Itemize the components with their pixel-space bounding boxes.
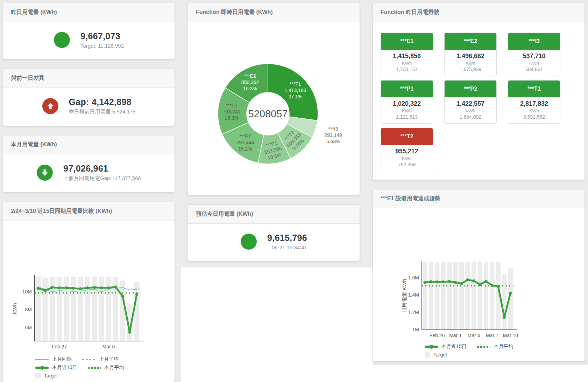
tile-target-value: 1,675,939 <box>446 67 495 72</box>
tile-value: 1,422,557 <box>446 100 495 107</box>
legend-row: 本月近15日本月平均 <box>35 364 175 371</box>
card-title: 2/24~3/10 近15日同期用電量比較 (KWh) <box>3 202 175 221</box>
target-bar <box>477 262 482 329</box>
series-point <box>135 293 138 296</box>
target-bar <box>472 262 476 329</box>
tile-unit: KWh <box>446 61 495 66</box>
card-title: ***E1 設備用電達成趨勢 <box>373 189 585 208</box>
y-tick-label: 8M <box>25 307 32 312</box>
target-bar <box>43 278 48 341</box>
y-axis-label: KWh <box>12 303 17 314</box>
legend-item: 本月平均 <box>477 343 513 350</box>
legend-label: 上月同期 <box>52 356 72 362</box>
stat-timestamp: 06-21 15:34:41 <box>267 244 307 250</box>
stat-subtext: 昨日與前日用電量 5,524,175 <box>69 109 136 115</box>
tile-value: 2,817,832 <box>510 100 559 107</box>
stat-body: 9,615,796 06-21 15:34:41 <box>188 224 360 261</box>
series-point <box>466 278 469 281</box>
status-tile: ***P21,422,557KWh1,684,092 <box>444 80 497 124</box>
target-bar <box>490 262 494 329</box>
legend-label: 本月平均 <box>494 343 513 350</box>
x-tick-label: Mar 1 <box>449 333 462 338</box>
y-tick-label: 6M <box>25 325 32 330</box>
series-point <box>121 295 124 298</box>
tile-label: ***T1 <box>508 81 560 97</box>
series-point <box>497 285 500 288</box>
series-point <box>128 331 131 333</box>
series-point <box>509 292 512 294</box>
svg-text:***I3293,1495.63%: ***I3293,1495.63% <box>324 126 342 144</box>
target-bar <box>78 277 83 341</box>
y-axis-label: 日用電量 KWh <box>401 279 407 313</box>
stat-subtext: Target: 11,128,992 <box>80 43 124 49</box>
tile-target-value: 1,684,092 <box>446 114 495 120</box>
legend-item: 本月近15日 <box>35 364 77 371</box>
tile-value: 1,496,662 <box>446 53 495 60</box>
tile-target-value: 3,591,562 <box>510 114 559 120</box>
tile-label: ***T2 <box>381 128 433 145</box>
series-point <box>435 280 438 283</box>
target-bar <box>99 277 104 341</box>
tile-target-value: 1,121,613 <box>382 114 431 120</box>
dashboard: 昨日用電量 (KWh) 9,667,073 Target: 11,128,992… <box>0 0 588 382</box>
stat-value: 97,026,961 <box>63 164 141 174</box>
arrow-down-icon <box>37 165 53 181</box>
status-tile: ***I3537,710KWh584,861 <box>508 33 560 76</box>
tile-label: ***P2 <box>445 81 496 97</box>
legend-item: Target <box>35 373 58 378</box>
card-title: 昨日用電量 (KWh) <box>3 3 175 22</box>
series-point <box>479 283 481 286</box>
x-tick-label: Feb 27 <box>52 344 67 349</box>
chart-legend: 上月同期上月平均本月近15日本月平均Target <box>35 356 175 378</box>
card-title: Function 昨日用電燈號 <box>373 3 585 22</box>
card-prev-day-gap: 與前一日差異 Gap: 4,142,898 昨日與前日用電量 5,524,175 <box>3 69 175 126</box>
legend-label: 本月近15日 <box>52 364 77 371</box>
status-circle-icon <box>54 32 70 48</box>
target-bar <box>423 262 427 329</box>
tile-body: 1,496,662KWh1,675,939 <box>445 50 496 76</box>
donut-center-total: 5208057 <box>248 108 288 119</box>
tile-value: 1,415,856 <box>382 53 431 60</box>
target-bar <box>435 262 439 329</box>
status-tiles-grid: ***E11,415,856KWh1,700,157***E21,496,662… <box>373 22 585 180</box>
legend-box-swatch <box>425 352 430 357</box>
series-point <box>100 286 103 289</box>
card-realtime-donut: Function 即時日用電量 (KWh) ***T11,413,18327.1… <box>188 3 360 195</box>
card-today-estimate: 預估今日用電量 (KWh) 9,615,796 06-21 15:34:41 <box>188 204 360 261</box>
legend-label: 本月近15日 <box>441 343 467 350</box>
stat-body: 9,667,073 Target: 11,128,992 <box>3 22 175 59</box>
series-point <box>58 286 61 289</box>
tile-value: 1,020,322 <box>382 100 431 107</box>
legend-label: 本月平均 <box>105 364 124 371</box>
stat-value: Gap: 4,142,898 <box>69 97 136 107</box>
tile-body: 1,020,322KWh1,121,613 <box>381 97 433 123</box>
target-bar <box>465 262 470 329</box>
target-bar <box>502 274 506 329</box>
right-column: Function 昨日用電燈號 ***E11,415,856KWh1,700,1… <box>373 0 588 365</box>
tile-body: 2,817,832KWh3,591,562 <box>508 97 560 123</box>
stat-body: Gap: 4,142,898 昨日與前日用電量 5,524,175 <box>3 88 175 126</box>
legend-row: 本月近15日本月平均 <box>425 343 585 350</box>
tile-value: 537,710 <box>510 53 559 60</box>
series-point <box>448 280 451 283</box>
series-point <box>472 279 475 282</box>
tile-body: 1,422,557KWh1,684,092 <box>445 97 496 123</box>
card-e1-trend-chart: ***E1 設備用電達成趨勢 1M1.2M1.4M1.6MFeb 26Mar 1… <box>373 189 585 361</box>
target-bar <box>35 277 41 341</box>
series-point <box>442 280 445 283</box>
series-point <box>93 286 96 289</box>
target-bar <box>120 280 125 341</box>
legend-item: 上月同期 <box>35 356 72 362</box>
card-title: 預估今日用電量 (KWh) <box>188 205 360 224</box>
tile-target-value: 1,700,157 <box>382 67 431 72</box>
series-point <box>454 281 457 284</box>
series-point <box>37 287 40 290</box>
tile-unit: KWh <box>382 156 431 161</box>
tile-unit: KWh <box>382 108 431 113</box>
series-point <box>114 285 117 288</box>
left-column: 昨日用電量 (KWh) 9,667,073 Target: 11,128,992… <box>0 0 181 382</box>
legend-label: 上月平均 <box>99 356 119 362</box>
legend-row: Target <box>425 352 585 357</box>
series-point <box>424 281 426 284</box>
stat-body: 97,026,961 上個月同期用電Gap: -17,377,566 <box>3 154 175 192</box>
